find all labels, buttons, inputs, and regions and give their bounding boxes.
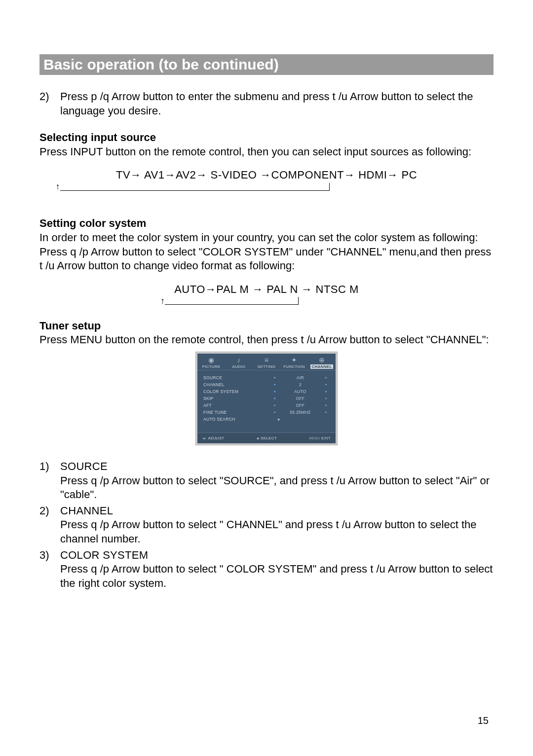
row-value: OFF	[278, 396, 323, 401]
row-value: OFF	[278, 403, 323, 408]
page-number: 15	[478, 715, 489, 726]
osd-tab-bar: ◉ PICTURE ♪ AUDIO ≡ SETTING ✦ FUNCTION ⊕…	[197, 354, 336, 370]
manual-page: Basic operation (to be continued) 2) Pre…	[0, 0, 533, 756]
heading-color-system: Setting color system	[39, 216, 494, 231]
list-item: 2) CHANNEL Press q /p Arrow button to se…	[39, 504, 494, 546]
step-number: 2)	[39, 90, 60, 104]
tab-label: SETTING	[253, 364, 280, 369]
triangle-right-icon: ▸	[323, 382, 330, 387]
lr-icon: ◂▸	[202, 436, 207, 440]
flow-text: TV→ AV1→AV2→ S-VIDEO →COMPONENT→ HDMI→ P…	[39, 169, 494, 181]
triangle-right-icon: ▸	[323, 403, 330, 407]
row-name: SOURCE	[203, 375, 271, 380]
triangle-right-icon: ▸	[323, 389, 330, 394]
function-icon: ✦	[280, 356, 308, 364]
osd-row: FINE TUNE ◂ 55.25MHZ ▸	[203, 409, 330, 416]
item-head: COLOR SYSTEM	[60, 548, 494, 563]
osd-row: CHANNEL ◂ 2 ▸	[203, 381, 330, 388]
triangle-left-icon: ◂	[271, 396, 278, 400]
item-head: SOURCE	[60, 460, 494, 474]
row-value: AUTO	[278, 389, 323, 394]
input-source-flow: TV→ AV1→AV2→ S-VIDEO →COMPONENT→ HDMI→ P…	[39, 169, 494, 192]
item-number: 2)	[39, 504, 60, 518]
osd-row: SOURCE ◂ AIR ▸	[203, 374, 330, 381]
text-input-source: Press INPUT button on the remote control…	[39, 145, 494, 159]
row-value: ▸	[278, 417, 323, 422]
row-value: 55.25MHZ	[278, 410, 323, 415]
tab-label: FUNCTION	[280, 364, 308, 369]
triangle-left-icon: ◂	[271, 382, 278, 387]
arrow-up-icon: ↑	[160, 296, 165, 306]
osd-tab-audio: ♪ AUDIO	[225, 354, 253, 370]
osd-row: AFT ◂ OFF ▸	[203, 402, 330, 409]
flow-text: AUTO→PAL M → PAL N → NTSC M	[39, 283, 494, 296]
triangle-right-icon: ▸	[323, 396, 330, 400]
flow-loopback: ↑	[39, 181, 494, 192]
footer-adjust: ◂▸ADJUST	[202, 436, 225, 440]
item-body: Press q /p Arrow button to select " COLO…	[60, 562, 494, 590]
row-name: SKIP	[203, 396, 271, 401]
text-color-system: In order to meet the color system in you…	[39, 231, 494, 273]
triangle-left-icon: ◂	[271, 389, 278, 394]
list-item: 1) SOURCE Press q /p Arrow button to sel…	[39, 460, 494, 502]
triangle-left-icon: ◂	[271, 403, 278, 407]
osd-tab-picture: ◉ PICTURE	[197, 354, 225, 370]
page-title: Basic operation (to be continued)	[39, 54, 494, 75]
triangle-left-icon: ◂	[271, 410, 278, 414]
flow-loopback: ↑	[39, 296, 494, 306]
osd-menu: ◉ PICTURE ♪ AUDIO ≡ SETTING ✦ FUNCTION ⊕…	[196, 352, 337, 445]
tab-label: PICTURE	[197, 364, 225, 369]
ud-icon: ◆	[257, 436, 259, 440]
osd-row: SKIP ◂ OFF ▸	[203, 395, 330, 402]
tab-label: AUDIO	[225, 364, 253, 369]
numbered-list: 1) SOURCE Press q /p Arrow button to sel…	[39, 460, 494, 590]
osd-footer: ◂▸ADJUST ◆SELECT MENUEXIT	[197, 432, 336, 443]
osd-row: COLOR SYSTEM ◂ AUTO ▸	[203, 388, 330, 395]
tab-label: CHANNEL	[310, 364, 333, 369]
triangle-right-icon: ▸	[323, 375, 330, 380]
osd-row: AUTO SEARCH ▸	[203, 416, 330, 423]
item-body: Press q /p Arrow button to select " CHAN…	[60, 518, 494, 546]
setting-icon: ≡	[253, 356, 280, 364]
row-name: AUTO SEARCH	[203, 417, 271, 422]
osd-rows: SOURCE ◂ AIR ▸ CHANNEL ◂ 2 ▸ COLOR SYSTE…	[197, 370, 336, 432]
text-tuner-setup: Press MENU button on the remote control,…	[39, 333, 494, 347]
item-body: Press q /p Arrow button to select "SOURC…	[60, 474, 494, 502]
footer-select: ◆SELECT	[257, 436, 277, 440]
row-value: 2	[278, 382, 323, 387]
color-system-flow: AUTO→PAL M → PAL N → NTSC M ↑	[39, 283, 494, 306]
step-2: 2) Press p /q Arrow button to enter the …	[39, 90, 494, 118]
osd-tab-function: ✦ FUNCTION	[280, 354, 308, 370]
row-name: CHANNEL	[203, 382, 271, 387]
arrow-up-icon: ↑	[56, 181, 60, 192]
footer-exit: MENUEXIT	[309, 436, 331, 440]
triangle-right-icon: ▸	[323, 410, 330, 414]
osd-tab-channel: ⊕ CHANNEL	[308, 354, 336, 370]
row-name: AFT	[203, 403, 271, 408]
row-name: COLOR SYSTEM	[203, 389, 271, 394]
heading-tuner-setup: Tuner setup	[39, 319, 494, 333]
channel-icon: ⊕	[308, 356, 336, 364]
step-text: Press p /q Arrow button to enter the sub…	[60, 90, 494, 118]
audio-icon: ♪	[225, 356, 253, 364]
menu-key: MENU	[309, 436, 320, 440]
osd-tab-setting: ≡ SETTING	[253, 354, 280, 370]
triangle-left-icon: ◂	[271, 375, 278, 380]
heading-input-source: Selecting input source	[39, 131, 494, 145]
item-number: 1)	[39, 460, 60, 474]
item-number: 3)	[39, 548, 60, 563]
picture-icon: ◉	[197, 356, 225, 364]
row-name: FINE TUNE	[203, 410, 271, 415]
item-head: CHANNEL	[60, 504, 494, 518]
list-item: 3) COLOR SYSTEM Press q /p Arrow button …	[39, 548, 494, 591]
row-value: AIR	[278, 375, 323, 380]
